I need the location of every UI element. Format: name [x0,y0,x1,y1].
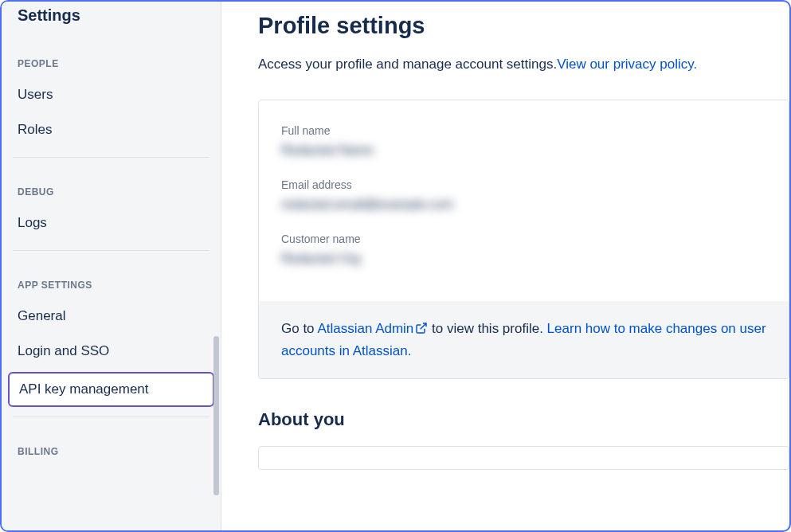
field-customer-name: Customer name Redacted Org [281,233,766,266]
section-header-billing: BILLING [2,427,221,465]
divider [13,157,209,158]
profile-card-body: Full name Redacted Name Email address re… [259,100,789,301]
external-link-icon [415,320,428,341]
scrollbar[interactable] [213,336,219,495]
field-full-name: Full name Redacted Name [281,124,766,158]
field-value: redacted.email@example.com [281,198,766,212]
field-label: Customer name [281,233,766,245]
sidebar-item-api-key-management[interactable]: API key management [8,372,214,407]
footer-prefix: Go to [281,321,317,336]
sidebar: Settings PEOPLE Users Roles DEBUG Logs A… [2,2,221,530]
field-value: Redacted Org [281,252,766,266]
about-you-title: About you [258,409,789,430]
profile-card: Full name Redacted Name Email address re… [258,100,789,379]
sidebar-item-roles[interactable]: Roles [2,112,221,147]
privacy-policy-link[interactable]: View our privacy policy. [557,57,697,72]
field-label: Full name [281,124,766,137]
sidebar-item-logs[interactable]: Logs [2,205,221,241]
footer-mid: to view this profile. [428,321,546,336]
divider [13,417,209,417]
page-description: Access your profile and manage account s… [258,57,789,72]
sidebar-item-login-sso[interactable]: Login and SSO [2,334,221,369]
section-header-people: PEOPLE [2,39,221,77]
divider [13,250,209,251]
sidebar-title: Settings [2,2,221,39]
sidebar-item-users[interactable]: Users [2,77,221,112]
atlassian-admin-link[interactable]: Atlassian Admin [317,321,428,336]
field-label: Email address [281,178,766,191]
field-value: Redacted Name [281,143,766,158]
page-title: Profile settings [258,13,789,39]
about-you-card [258,446,789,470]
section-header-debug: DEBUG [2,167,221,205]
description-text: Access your profile and manage account s… [258,57,557,72]
field-email: Email address redacted.email@example.com [281,178,766,212]
section-header-app-settings: APP SETTINGS [2,260,221,299]
main-content: Profile settings Access your profile and… [221,2,789,530]
sidebar-item-general[interactable]: General [2,299,221,334]
profile-card-footer: Go to Atlassian Admin to view this profi… [259,301,789,378]
